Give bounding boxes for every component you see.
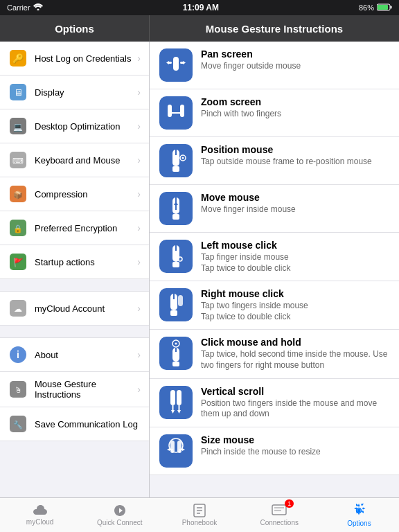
mycloud-icon: ☁: [8, 299, 28, 318]
svg-text:🖱: 🖱: [15, 386, 22, 394]
mycloud-label: myCloud Account: [35, 303, 137, 314]
gesture-position: Position mouse Tap outside mouse frame t…: [150, 137, 399, 185]
sidebar-item-startup-actions[interactable]: 🚩 Startup actions ›: [0, 245, 149, 279]
tab-options[interactable]: Options: [319, 498, 399, 532]
chevron-icon: ›: [137, 87, 141, 98]
tab-connections[interactable]: 1 Connections: [240, 498, 319, 532]
click-hold-desc: Tap twice, hold second time inside the m…: [201, 349, 389, 371]
content-area: 🔑 Host Log on Credentials › 🖥 Display ›: [0, 42, 399, 497]
svg-rect-67: [177, 441, 181, 453]
sidebar-item-display[interactable]: 🖥 Display ›: [0, 76, 149, 109]
sidebar-item-host-log[interactable]: 🔑 Host Log on Credentials ›: [0, 42, 149, 76]
sidebar-group-2: ☁ myCloud Account ›: [0, 292, 149, 326]
sidebar-item-mouse-gesture[interactable]: 🖱 Mouse Gesture Instructions ›: [0, 372, 149, 407]
svg-point-55: [175, 343, 177, 345]
gesture-move: Move mouse Move finger inside mouse: [150, 185, 399, 233]
tab-mycloud[interactable]: myCloud: [0, 498, 80, 532]
quick-connect-tab-icon: [113, 504, 127, 517]
sidebar-group-3: i About › 🖱 Mouse Gesture Instructions ›: [0, 338, 149, 441]
chevron-icon: ›: [137, 349, 141, 360]
sidebar-item-compression[interactable]: 📦 Compression ›: [0, 177, 149, 211]
svg-rect-31: [168, 105, 172, 117]
size-mouse-text: Size mouse Pinch inside the mouse to res…: [201, 434, 389, 458]
status-left: Carrier: [7, 3, 43, 12]
svg-marker-28: [166, 61, 169, 64]
svg-marker-30: [183, 61, 186, 64]
sidebar: 🔑 Host Log on Credentials › 🖥 Display ›: [0, 42, 150, 497]
svg-rect-2: [391, 6, 392, 8]
zoom-title: Zoom screen: [201, 96, 389, 107]
tab-quick-connect[interactable]: Quick Connect: [80, 498, 159, 532]
wifi-icon: [33, 3, 43, 12]
svg-text:🔒: 🔒: [13, 224, 23, 233]
svg-rect-76: [272, 505, 286, 515]
sidebar-item-save-log[interactable]: 🔧 Save Communication Log: [0, 407, 149, 441]
status-right: 86%: [359, 3, 392, 12]
about-label: About: [35, 350, 137, 360]
right-click-text: Right mouse click Tap two fingers inside…: [201, 288, 389, 322]
size-mouse-title: Size mouse: [201, 434, 389, 445]
sidebar-item-keyboard-mouse[interactable]: ⌨ Keyboard and Mouse ›: [0, 143, 149, 177]
host-log-label: Host Log on Credentials: [35, 53, 137, 64]
vertical-scroll-title: Vertical scroll: [201, 386, 389, 397]
gesture-vertical-scroll: Vertical scroll Position two fingers ins…: [150, 379, 399, 427]
svg-marker-62: [171, 410, 175, 414]
svg-marker-70: [167, 448, 170, 451]
mouse-gesture-icon: 🖱: [8, 380, 28, 399]
preferred-enc-label: Preferred Encryption: [35, 223, 137, 233]
svg-point-0: [37, 9, 39, 11]
zoom-desc: Pinch with two fingers: [201, 109, 389, 120]
startup-actions-label: Startup actions: [35, 257, 137, 267]
svg-point-40: [182, 157, 184, 159]
svg-text:☁: ☁: [14, 304, 22, 314]
pan-icon: [159, 48, 193, 82]
chevron-icon: ›: [137, 384, 141, 395]
startup-actions-icon: 🚩: [8, 252, 28, 272]
tab-phonebook[interactable]: Phonebook: [159, 498, 239, 532]
display-label: Display: [35, 87, 137, 98]
chevron-icon: ›: [137, 188, 141, 200]
position-title: Position mouse: [201, 144, 389, 155]
phonebook-tab-label: Phonebook: [182, 519, 218, 526]
preferred-enc-icon: 🔒: [8, 218, 28, 238]
sidebar-item-about[interactable]: i About ›: [0, 338, 149, 372]
chevron-icon: ›: [137, 256, 141, 267]
chevron-icon: ›: [137, 53, 141, 64]
svg-text:i: i: [17, 349, 19, 360]
nav-right-title: Mouse Gesture Instructions: [150, 15, 399, 42]
svg-text:⌨: ⌨: [12, 157, 24, 165]
svg-rect-48: [172, 262, 179, 267]
svg-text:🚩: 🚩: [13, 257, 24, 267]
sidebar-group-1: 🔑 Host Log on Credentials › 🖥 Display ›: [0, 42, 149, 279]
svg-text:💻: 💻: [13, 122, 23, 132]
nav-bar: Options Mouse Gesture Instructions: [0, 15, 399, 42]
vertical-scroll-text: Vertical scroll Position two fingers ins…: [201, 386, 389, 420]
pan-title: Pan screen: [201, 48, 389, 60]
quick-connect-tab-label: Quick Connect: [97, 519, 143, 526]
sidebar-separator-2: [0, 326, 149, 338]
svg-marker-64: [177, 410, 181, 414]
svg-rect-59: [170, 390, 175, 405]
sidebar-item-mycloud[interactable]: ☁ myCloud Account ›: [0, 292, 149, 326]
position-icon: [159, 144, 193, 177]
move-text: Move mouse Move finger inside mouse: [201, 192, 389, 215]
svg-text:🔧: 🔧: [13, 420, 23, 429]
connections-tab-label: Connections: [260, 519, 299, 526]
svg-rect-38: [172, 166, 179, 172]
mouse-gesture-label: Mouse Gesture Instructions: [35, 379, 137, 400]
keyboard-mouse-label: Keyboard and Mouse: [35, 155, 137, 166]
click-hold-text: Click mouse and hold Tap twice, hold sec…: [201, 337, 389, 371]
chevron-icon: ›: [137, 154, 141, 166]
svg-text:🔑: 🔑: [12, 53, 24, 64]
svg-rect-53: [170, 310, 177, 316]
sidebar-item-desktop-opt[interactable]: 💻 Desktop Optimization ›: [0, 109, 149, 143]
sidebar-item-preferred-enc[interactable]: 🔒 Preferred Encryption ›: [0, 211, 149, 245]
chevron-icon: ›: [137, 222, 141, 233]
connections-tab-icon: 1: [272, 504, 287, 517]
left-click-text: Left mouse click Tap finger inside mouse…: [201, 240, 389, 274]
host-log-icon: 🔑: [8, 48, 28, 68]
svg-rect-26: [173, 57, 179, 71]
chevron-icon: ›: [137, 121, 141, 132]
right-click-title: Right mouse click: [201, 288, 389, 299]
options-tab-label: Options: [347, 520, 371, 527]
